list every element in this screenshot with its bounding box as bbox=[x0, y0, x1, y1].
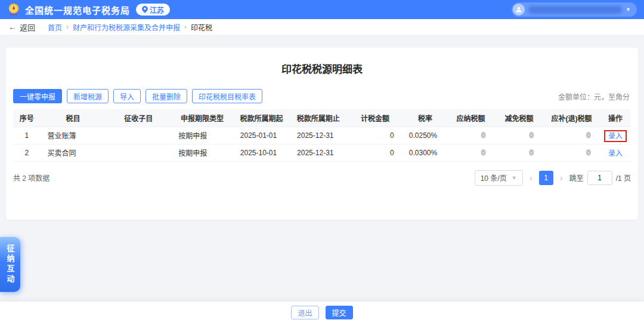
exit-button[interactable]: 退出 bbox=[291, 306, 318, 319]
user-avatar-icon bbox=[513, 4, 525, 16]
cell-period_end: 2025-12-31 bbox=[290, 144, 346, 161]
breadcrumb: 首页›财产和行为税税源采集及合并申报›印花税 bbox=[48, 22, 212, 32]
cell-seq: 2 bbox=[13, 144, 41, 161]
top-bar: 全国统一规范电子税务局 江苏 ▼ bbox=[0, 0, 644, 19]
cell-action: 录入 bbox=[600, 127, 631, 144]
column-header-seq: 序号 bbox=[13, 109, 41, 127]
page-number-button[interactable]: 1 bbox=[539, 171, 553, 185]
pagination: 10 条/页 ▼ ‹ 1 › 跳至 /1 页 bbox=[475, 170, 631, 186]
total-pages-label: /1 页 bbox=[616, 173, 631, 183]
data-count-summary: 共 2 项数据 bbox=[13, 173, 49, 183]
back-label: 返回 bbox=[20, 21, 35, 33]
prev-page-button[interactable]: ‹ bbox=[528, 173, 534, 183]
cell-period_start: 2025-10-01 bbox=[233, 144, 290, 161]
region-badge[interactable]: 江苏 bbox=[136, 4, 170, 16]
table-header-row: 序号税目征收子目申报期限类型税款所属期起税款所属期止计税金额税率应纳税额减免税额… bbox=[13, 109, 631, 127]
table-footer: 共 2 项数据 10 条/页 ▼ ‹ 1 › 跳至 /1 页 bbox=[13, 170, 631, 186]
chevron-down-icon: ▼ bbox=[512, 175, 517, 181]
back-arrow-icon: ← bbox=[8, 22, 17, 32]
column-header-action: 操作 bbox=[600, 109, 631, 127]
cell-sub_item bbox=[106, 144, 171, 161]
table-row: 2买卖合同按期申报2025-10-012025-12-3100.0300%000… bbox=[13, 144, 631, 161]
breadcrumb-separator: › bbox=[184, 23, 187, 31]
main-card: 印花税税源明细表 一键零申报新增税源导入批量删除印花税税目税率表 金额单位：元，… bbox=[6, 48, 638, 220]
cell-period_type: 按期申报 bbox=[171, 144, 233, 161]
page-size-value: 10 条/页 bbox=[481, 173, 507, 183]
tax-bureau-logo bbox=[7, 3, 20, 16]
cell-rate: 0.0250% bbox=[404, 127, 447, 144]
tax-interaction-label: 征纳互动 bbox=[5, 244, 16, 285]
add-tax-source-button[interactable]: 新增税源 bbox=[67, 89, 109, 103]
cell-period_start: 2025-01-01 bbox=[233, 127, 290, 144]
bottom-action-bar: 退出 提交 bbox=[0, 302, 644, 323]
column-header-tax_payable: 应纳税额 bbox=[447, 109, 495, 127]
column-header-taxable_amount: 计税金额 bbox=[346, 109, 403, 127]
column-header-rate: 税率 bbox=[404, 109, 447, 127]
user-menu[interactable]: ▼ bbox=[512, 2, 637, 17]
amount-unit-note: 金额单位：元，至角分 bbox=[558, 91, 630, 101]
cell-tax_due: 0 bbox=[543, 127, 600, 144]
import-button[interactable]: 导入 bbox=[113, 89, 141, 103]
stamp-tax-rate-table-button[interactable]: 印花税税目税率表 bbox=[192, 89, 262, 103]
column-header-sub_item: 征收子目 bbox=[106, 109, 171, 127]
jump-label: 跳至 bbox=[569, 173, 584, 183]
cell-rate: 0.0300% bbox=[404, 144, 447, 161]
page-jump: 跳至 /1 页 bbox=[569, 171, 631, 185]
enter-record-link[interactable]: 录入 bbox=[608, 149, 623, 158]
cell-tax_reduction: 0 bbox=[495, 127, 543, 144]
app-title: 全国统一规范电子税务局 bbox=[25, 4, 130, 16]
column-header-period_start: 税款所属期起 bbox=[233, 109, 290, 127]
cell-action: 录入 bbox=[600, 144, 631, 161]
cell-tax_payable: 0 bbox=[447, 127, 495, 144]
cell-sub_item bbox=[106, 127, 171, 144]
column-header-tax_reduction: 减免税额 bbox=[495, 109, 543, 127]
location-pin-icon bbox=[142, 6, 148, 13]
column-header-tax_item: 税目 bbox=[41, 109, 106, 127]
next-page-button[interactable]: › bbox=[559, 173, 564, 183]
column-header-period_type: 申报期限类型 bbox=[171, 109, 233, 127]
cell-taxable_amount: 0 bbox=[346, 127, 403, 144]
cell-tax_reduction: 0 bbox=[495, 144, 543, 161]
cell-taxable_amount: 0 bbox=[346, 144, 403, 161]
cell-tax_due: 0 bbox=[543, 144, 600, 161]
toolbar-buttons: 一键零申报新增税源导入批量删除印花税税目税率表 bbox=[13, 89, 267, 103]
table-row: 1营业账簿按期申报2025-01-012025-12-3100.0250%000… bbox=[13, 127, 631, 144]
tax-source-table: 序号税目征收子目申报期限类型税款所属期起税款所属期止计税金额税率应纳税额减免税额… bbox=[13, 109, 631, 162]
breadcrumb-bar: ← 返回 首页›财产和行为税税源采集及合并申报›印花税 bbox=[0, 19, 644, 35]
region-label: 江苏 bbox=[150, 5, 164, 15]
cell-seq: 1 bbox=[13, 127, 41, 144]
toolbar: 一键零申报新增税源导入批量删除印花税税目税率表 金额单位：元，至角分 bbox=[13, 89, 631, 103]
cell-tax_item: 买卖合同 bbox=[41, 144, 106, 161]
breadcrumb-item[interactable]: 首页 bbox=[48, 22, 62, 32]
breadcrumb-item: 印花税 bbox=[191, 22, 212, 32]
breadcrumb-item[interactable]: 财产和行为税税源采集及合并申报 bbox=[73, 22, 180, 32]
jump-page-input[interactable] bbox=[587, 171, 612, 185]
user-name-redacted bbox=[528, 6, 622, 14]
batch-delete-button[interactable]: 批量删除 bbox=[145, 89, 187, 103]
page-title: 印花税税源明细表 bbox=[13, 48, 631, 76]
cell-period_type: 按期申报 bbox=[171, 127, 233, 144]
tax-interaction-tab[interactable]: 征纳互动 bbox=[0, 237, 20, 292]
submit-button[interactable]: 提交 bbox=[326, 306, 353, 319]
column-header-period_end: 税款所属期止 bbox=[290, 109, 346, 127]
cell-period_end: 2025-12-31 bbox=[290, 127, 346, 144]
cell-tax_item: 营业账簿 bbox=[41, 127, 106, 144]
cell-tax_payable: 0 bbox=[447, 144, 495, 161]
back-button[interactable]: ← 返回 bbox=[8, 21, 35, 33]
column-header-tax_due: 应补(退)税额 bbox=[543, 109, 600, 127]
page-size-select[interactable]: 10 条/页 ▼ bbox=[475, 170, 523, 186]
chevron-down-icon: ▼ bbox=[626, 7, 631, 13]
one-click-zero-declaration-button[interactable]: 一键零申报 bbox=[13, 89, 62, 103]
enter-record-link[interactable]: 录入 bbox=[604, 130, 627, 142]
breadcrumb-separator: › bbox=[66, 23, 69, 31]
